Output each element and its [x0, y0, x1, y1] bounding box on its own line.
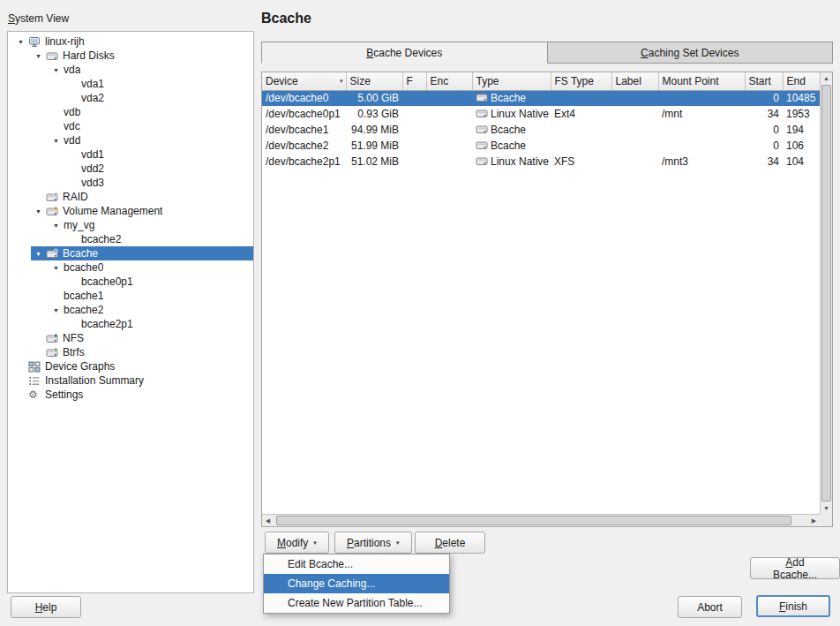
- menu-item-edit-bcache[interactable]: Edit Bcache...: [264, 554, 449, 574]
- tab-label: Caching Set Devices: [641, 47, 739, 59]
- expander-icon[interactable]: ▼: [13, 39, 28, 45]
- device-type-icon: [476, 92, 488, 103]
- add-bcache-button[interactable]: Add Bcache...: [750, 557, 840, 579]
- modify-button[interactable]: Modify ▾: [265, 532, 329, 554]
- expander-icon[interactable]: ▼: [31, 53, 46, 59]
- column-header-end[interactable]: End: [783, 72, 820, 90]
- cell-label: [611, 154, 658, 170]
- cell-end: 104: [783, 154, 820, 170]
- tree-item-vdd1[interactable]: vdd1: [66, 147, 253, 162]
- expander-icon[interactable]: ▼: [49, 222, 64, 229]
- tree-item-vdc[interactable]: vdc: [49, 119, 253, 133]
- tree-item-bcache1[interactable]: bcache1: [49, 289, 253, 303]
- cell-type: Bcache: [472, 122, 551, 138]
- finish-button[interactable]: Finish: [756, 595, 830, 617]
- chevron-down-icon: ▾: [313, 539, 317, 547]
- menu-item-change-caching[interactable]: Change Caching...: [264, 574, 449, 593]
- table-row[interactable]: /dev/bcache251.99 MiBBcache0106: [262, 138, 820, 154]
- cell-type-label: Bcache: [491, 92, 526, 104]
- tree-item-settings[interactable]: ⚙Settings: [13, 388, 253, 402]
- tree-item-bcache0[interactable]: ▼bcache0: [49, 260, 253, 275]
- device-type-icon: [476, 140, 488, 151]
- tree-item-vda[interactable]: ▼vda: [49, 63, 253, 77]
- cell-start: 0: [745, 90, 783, 106]
- tree-item-vdd[interactable]: ▼vdd: [49, 133, 253, 147]
- column-header-f[interactable]: F: [402, 72, 426, 90]
- tree-item-vdd3[interactable]: vdd3: [66, 176, 253, 190]
- tree-item-vdd2[interactable]: vdd2: [66, 162, 253, 176]
- harddisk-icon: [46, 50, 59, 62]
- tree-item-hard-disks[interactable]: ▼Hard Disks: [31, 49, 253, 63]
- abort-button[interactable]: Abort: [678, 596, 742, 618]
- tree-item-btrfs[interactable]: Btrfs: [31, 345, 253, 359]
- cell-end: 1953: [783, 106, 820, 122]
- nfs-icon: [46, 333, 59, 344]
- cell-start: 34: [745, 106, 783, 122]
- cell-mount-point: [658, 138, 745, 154]
- vertical-scrollbar[interactable]: ▲ ▼: [820, 72, 832, 514]
- tree-item-bcache0p1[interactable]: bcache0p1: [66, 275, 253, 289]
- column-header-size[interactable]: Size: [346, 72, 402, 90]
- expander-icon[interactable]: ▼: [49, 138, 64, 144]
- expander-icon[interactable]: ▼: [31, 251, 46, 257]
- device-table-body: /dev/bcache05.00 GiBBcache010485/dev/bca…: [262, 90, 820, 170]
- column-header-type[interactable]: Type: [472, 72, 551, 90]
- tree-item-vdb[interactable]: vdb: [49, 105, 253, 119]
- scroll-down-icon[interactable]: ▼: [821, 502, 832, 514]
- table-row[interactable]: /dev/bcache05.00 GiBBcache010485: [262, 90, 820, 106]
- tree-item-vda2[interactable]: vda2: [66, 91, 253, 105]
- column-header-enc[interactable]: Enc: [426, 72, 472, 90]
- tree-item-bcache2[interactable]: ▼bcache2: [49, 303, 253, 317]
- system-view-tree[interactable]: ▼linux-rijh▼Hard Disks▼vdavda1vda2vdbvdc…: [7, 31, 254, 593]
- column-header-device[interactable]: Device ▾: [262, 72, 346, 90]
- help-button[interactable]: Help: [11, 596, 81, 618]
- expander-icon[interactable]: ▼: [31, 208, 46, 215]
- tree-item-raid[interactable]: RAID: [31, 190, 253, 204]
- system-view-label: System View: [8, 12, 69, 25]
- tree-item-linux-rijh[interactable]: ▼linux-rijh: [13, 34, 253, 49]
- tree-item-installation-summary[interactable]: Installation Summary: [13, 373, 253, 388]
- expander-icon[interactable]: ▼: [49, 67, 64, 73]
- table-row[interactable]: /dev/bcache0p10.93 GiBLinux NativeExt4/m…: [262, 106, 820, 122]
- table-row[interactable]: /dev/bcache194.99 MiBBcache0194: [262, 122, 820, 138]
- horizontal-scrollbar-thumb[interactable]: [276, 516, 791, 525]
- tree-item-bcache[interactable]: ▼Bcache: [31, 246, 253, 260]
- column-header-start[interactable]: Start: [745, 72, 783, 90]
- cell-size: 51.99 MiB: [346, 138, 402, 154]
- scroll-left-icon[interactable]: ◀: [262, 515, 274, 526]
- tree-item-bcache2[interactable]: bcache2: [66, 232, 253, 246]
- tree-item-label: Hard Disks: [63, 49, 115, 62]
- delete-button[interactable]: Delete: [415, 532, 485, 554]
- cell-size: 94.99 MiB: [346, 122, 402, 138]
- expander-icon[interactable]: ▼: [49, 265, 64, 271]
- column-header-label[interactable]: Label: [611, 72, 658, 90]
- column-header-mount-point[interactable]: Mount Point: [658, 72, 745, 90]
- tree-item-volume-management[interactable]: ▼Volume Management: [31, 204, 253, 218]
- vertical-scrollbar-thumb[interactable]: [821, 85, 831, 502]
- column-header-fs-type[interactable]: FS Type: [551, 72, 611, 90]
- cell-enc: [426, 122, 472, 138]
- add-bcache-button-label: Add Bcache...: [762, 556, 828, 581]
- tree-item-bcache2p1[interactable]: bcache2p1: [66, 317, 253, 331]
- scroll-up-icon[interactable]: ▲: [821, 72, 832, 84]
- tab-caching-set-devices[interactable]: Caching Set Devices: [547, 41, 834, 64]
- menu-item-label: Change Caching...: [288, 577, 375, 590]
- scroll-right-icon[interactable]: ▶: [808, 515, 820, 526]
- cell-f: [402, 90, 426, 106]
- tree-item-vda1[interactable]: vda1: [66, 77, 253, 91]
- tree-item-my-vg[interactable]: ▼my_vg: [49, 218, 253, 232]
- cell-enc: [426, 106, 472, 122]
- tree-item-label: Settings: [45, 388, 83, 401]
- tree-item-nfs[interactable]: NFS: [31, 331, 253, 345]
- table-row[interactable]: /dev/bcache2p151.02 MiBLinux NativeXFS/m…: [262, 154, 820, 170]
- horizontal-scrollbar[interactable]: ◀ ▶: [262, 514, 820, 526]
- tree-item-label: vda1: [81, 78, 104, 90]
- tree-item-device-graphs[interactable]: Device Graphs: [13, 359, 253, 373]
- btrfs-icon: [46, 347, 59, 358]
- expander-icon[interactable]: ▼: [49, 307, 64, 313]
- sort-indicator-icon[interactable]: ▾: [340, 78, 343, 85]
- tab-bcache-devices[interactable]: Bcache Devices: [261, 41, 548, 64]
- menu-item-create-new-partition-table[interactable]: Create New Partition Table...: [264, 593, 449, 613]
- modify-button-label: Modify: [277, 537, 308, 549]
- partitions-button[interactable]: Partitions ▾: [334, 532, 412, 554]
